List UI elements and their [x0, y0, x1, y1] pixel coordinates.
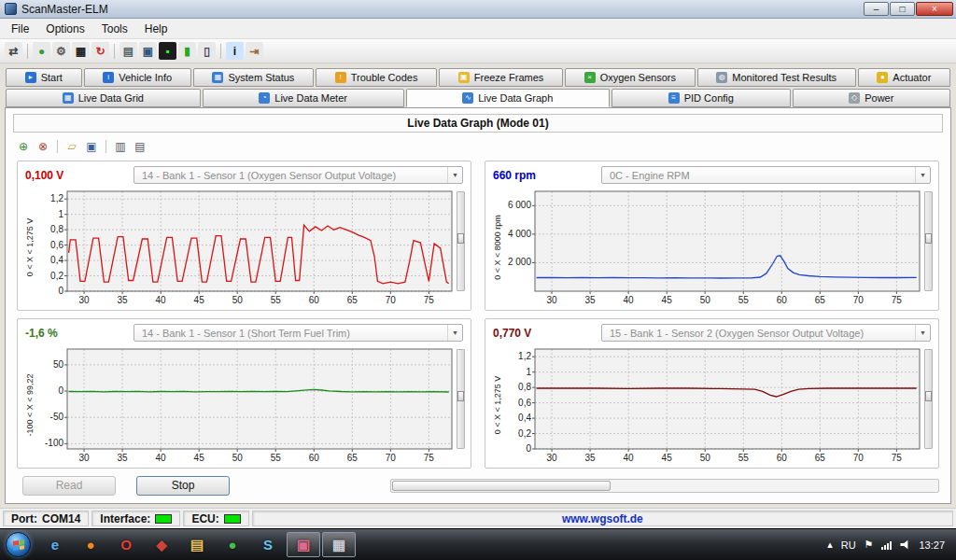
time-scrollbar[interactable]	[390, 479, 939, 493]
pid-dropdown-value: 15 - Bank 1 - Sensor 2 (Oxygen Sensor Ou…	[610, 328, 915, 339]
read-button[interactable]: Read	[22, 476, 116, 496]
chart-vertical-scrollbar[interactable]	[457, 349, 465, 449]
chevron-down-icon[interactable]: ▼	[915, 167, 930, 183]
taskbar-app-green-icon[interactable]: ●	[216, 532, 249, 557]
svg-text:30: 30	[78, 453, 90, 463]
globe-icon[interactable]: ●	[33, 42, 50, 60]
chevron-down-icon[interactable]: ▼	[447, 325, 462, 341]
svg-text:0,8: 0,8	[50, 224, 63, 234]
menu-tools[interactable]: Tools	[93, 20, 136, 38]
chart-vertical-scrollbar-thumb[interactable]	[925, 391, 932, 401]
svg-text:35: 35	[585, 453, 597, 463]
pid-dropdown[interactable]: 0C - Engine RPM ▼	[601, 166, 931, 184]
chevron-down-icon[interactable]: ▼	[447, 167, 462, 183]
menu-file[interactable]: File	[3, 20, 37, 38]
menu-options[interactable]: Options	[37, 20, 92, 38]
svg-text:2 000: 2 000	[508, 257, 531, 267]
tab-system-status[interactable]: ▦System Status	[193, 68, 314, 87]
display-icon[interactable]: ▣	[139, 42, 157, 60]
taskbar-media-app-icon[interactable]: ◆	[145, 532, 178, 557]
print-preview-icon[interactable]: ▥	[112, 138, 129, 155]
show-hidden-icons-button[interactable]: ▴	[827, 539, 833, 551]
tab-monitored-test-results[interactable]: ◍Monitored Test Results	[697, 68, 856, 87]
action-center-flag-icon[interactable]: ⚑	[865, 539, 874, 551]
connect-icon[interactable]: ⇄	[5, 42, 22, 60]
tab-label: Trouble Codes	[351, 72, 418, 83]
tab-row-modes: ▸StartiVehicle Info▦System Status!Troubl…	[6, 68, 950, 87]
svg-text:30: 30	[78, 295, 90, 305]
pid-dropdown[interactable]: 15 - Bank 1 - Sensor 2 (Oxygen Sensor Ou…	[601, 324, 931, 342]
time-scrollbar-thumb[interactable]	[392, 481, 611, 491]
taskbar-explorer-icon[interactable]: ▤	[180, 532, 214, 557]
chevron-down-icon[interactable]: ▼	[915, 325, 930, 341]
page-title: Live Data Graph (Mode 01)	[13, 114, 943, 133]
window-title: ScanMaster-ELM	[21, 3, 108, 16]
taskbar-skype-icon[interactable]: S	[251, 532, 285, 557]
line-chart: 3035404550556065707500,20,40,60,811,2	[503, 345, 922, 464]
tab-oxygen-sensors[interactable]: ×Oxygen Sensors	[565, 68, 696, 87]
minimize-button[interactable]: –	[864, 2, 889, 16]
exit-icon[interactable]: ⇥	[246, 42, 263, 60]
trouble-codes-icon: !	[335, 72, 346, 83]
svg-text:0,6: 0,6	[50, 240, 63, 250]
tab-trouble-codes[interactable]: !Trouble Codes	[316, 68, 437, 87]
chart-vertical-scrollbar-thumb[interactable]	[925, 233, 932, 244]
maximize-button[interactable]: □	[890, 2, 915, 16]
device-icon[interactable]: ▯	[198, 42, 216, 60]
tab-power[interactable]: ◇Power	[793, 89, 951, 107]
terminal-icon[interactable]: ▪	[159, 42, 176, 60]
language-indicator[interactable]: RU	[841, 539, 856, 551]
remove-pid-icon[interactable]: ⊗	[35, 138, 51, 155]
settings-icon[interactable]: ⚙	[52, 42, 70, 60]
chart-vertical-scrollbar[interactable]	[457, 191, 465, 291]
stop-button[interactable]: Stop	[136, 476, 230, 496]
taskbar-clock[interactable]: 13:27	[919, 539, 945, 551]
taskbar-ie-icon[interactable]: e	[38, 532, 72, 557]
tab-start[interactable]: ▸Start	[6, 68, 82, 87]
open-icon[interactable]: ▱	[63, 138, 80, 155]
chart-vertical-scrollbar-thumb[interactable]	[457, 233, 464, 244]
pid-dropdown[interactable]: 14 - Bank 1 - Sensor 1 (Short Term Fuel …	[134, 324, 463, 342]
chart-vertical-scrollbar-thumb[interactable]	[457, 391, 464, 401]
network-icon[interactable]	[881, 540, 892, 550]
bottom-controls: Read Stop	[13, 470, 943, 497]
chart-vertical-scrollbar[interactable]	[924, 191, 933, 291]
battery-icon[interactable]: ▮	[178, 42, 196, 60]
svg-text:50: 50	[232, 295, 244, 305]
chart-vertical-scrollbar[interactable]	[924, 349, 933, 449]
tab-vehicle-info[interactable]: iVehicle Info	[84, 68, 191, 87]
tab-live-data-grid[interactable]: ▦Live Data Grid	[6, 89, 201, 107]
taskbar-firefox-icon[interactable]: ●	[74, 532, 107, 557]
y-axis-range-label: 0 < X < 1,275 V	[491, 345, 503, 464]
menu-help[interactable]: Help	[136, 20, 176, 38]
tab-actuator[interactable]: ●Actuator	[858, 68, 950, 87]
svg-text:-50: -50	[50, 412, 64, 422]
svg-text:45: 45	[194, 453, 205, 463]
taskbar-scanmaster-icon[interactable]: ▦	[322, 532, 356, 557]
taskbar-app-pink-icon[interactable]: ▣	[287, 532, 320, 557]
tab-live-data-graph[interactable]: ∿Live Data Graph	[406, 89, 610, 107]
svg-text:1: 1	[526, 367, 531, 377]
pid-dropdown-value: 0C - Engine RPM	[610, 170, 915, 181]
tab-live-data-meter[interactable]: ◔Live Data Meter	[203, 89, 404, 107]
oxygen-sensors-icon: ×	[584, 72, 596, 83]
website-link[interactable]: www.wgsoft.de	[252, 511, 953, 526]
print-icon[interactable]: ▤	[132, 138, 148, 155]
y-axis-range-label: 0 < X < 1,275 V	[23, 188, 35, 306]
close-button[interactable]: ×	[916, 2, 953, 16]
save-icon[interactable]: ▣	[83, 138, 100, 155]
interface-chip-icon[interactable]: ▦	[72, 42, 90, 60]
volume-icon[interactable]	[900, 540, 910, 550]
start-button[interactable]	[6, 532, 31, 557]
info-icon[interactable]: i	[226, 42, 244, 60]
chart-panel-engine-rpm: 660 rpm 0C - Engine RPM ▼ 0 < X < 8000 r…	[485, 161, 939, 311]
tab-freeze-frames[interactable]: ▣Freeze Frames	[439, 68, 563, 87]
pid-dropdown[interactable]: 14 - Bank 1 - Sensor 1 (Oxygen Sensor Ou…	[134, 166, 463, 184]
taskbar-opera-icon[interactable]: O	[109, 532, 143, 557]
reset-icon[interactable]: ↻	[91, 42, 109, 60]
add-pid-icon[interactable]: ⊕	[15, 138, 32, 155]
chart-current-value: 0,770 V	[493, 327, 594, 340]
svg-text:1,2: 1,2	[518, 351, 531, 361]
log-icon[interactable]: ▤	[120, 42, 137, 60]
tab-pid-config[interactable]: ≡PID Config	[612, 89, 791, 107]
